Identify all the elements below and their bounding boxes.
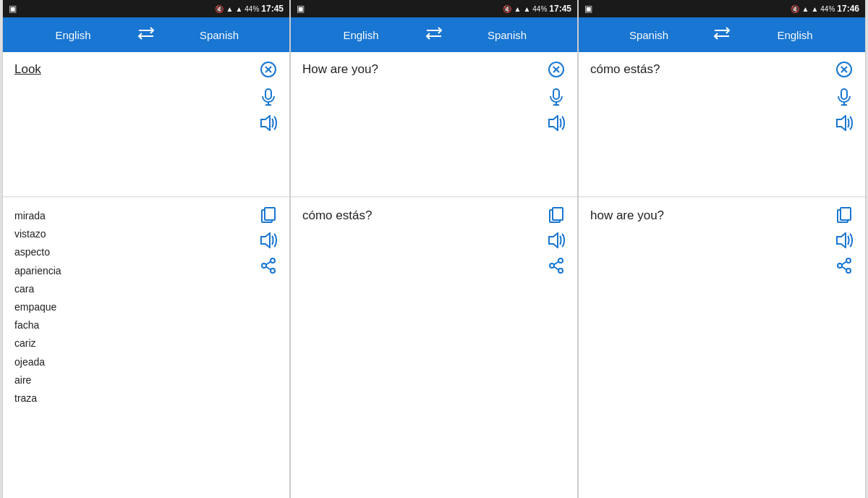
translation-text-2: cómo estás? bbox=[302, 207, 541, 489]
status-bar-right-1: 🔇 ▲ ▲ 44% 17:45 bbox=[215, 4, 284, 14]
svg-line-43 bbox=[842, 262, 846, 265]
svg-point-26 bbox=[550, 263, 554, 268]
time-2: 17:45 bbox=[549, 4, 571, 14]
lang-left-3[interactable]: Spanish bbox=[590, 29, 707, 41]
input-icons-2 bbox=[541, 61, 566, 187]
svg-point-27 bbox=[558, 269, 563, 273]
speaker-button-3[interactable] bbox=[835, 115, 854, 133]
swap-button-2[interactable] bbox=[420, 27, 448, 43]
notification-icon-2: ▣ bbox=[297, 4, 305, 14]
mic-button-1[interactable] bbox=[260, 88, 276, 108]
svg-rect-8 bbox=[265, 208, 275, 220]
svg-line-14 bbox=[266, 267, 271, 270]
status-bar-right-2: 🔇 ▲ ▲ 44% 17:45 bbox=[503, 4, 571, 14]
svg-point-25 bbox=[558, 258, 563, 263]
svg-rect-38 bbox=[841, 208, 851, 220]
notification-icon: ▣ bbox=[9, 4, 17, 14]
svg-rect-18 bbox=[553, 89, 559, 99]
translation-area-1: miradavistazoaspectoaparienciacaraempaqu… bbox=[3, 198, 289, 498]
translation-words-1: miradavistazoaspectoaparienciacaraempaqu… bbox=[14, 207, 253, 489]
signal-icon: ▲ bbox=[235, 5, 242, 13]
clear-button-2[interactable] bbox=[548, 61, 565, 81]
svg-marker-24 bbox=[549, 233, 558, 248]
svg-line-28 bbox=[554, 262, 558, 265]
signal-icon-2: ▲ bbox=[523, 5, 530, 13]
lang-right-2[interactable]: Spanish bbox=[448, 29, 566, 41]
input-area-2: How are you? bbox=[291, 52, 577, 197]
time-3: 17:46 bbox=[837, 4, 859, 14]
svg-rect-23 bbox=[553, 208, 563, 220]
input-area-1: Look bbox=[3, 52, 289, 197]
svg-point-41 bbox=[838, 263, 842, 268]
input-area-3: cómo estás? bbox=[579, 52, 865, 197]
notification-icon-3: ▣ bbox=[584, 4, 592, 14]
speaker-button-1[interactable] bbox=[259, 115, 278, 133]
translation-area-2: cómo estás? bbox=[291, 198, 577, 498]
svg-point-11 bbox=[262, 263, 266, 268]
app-bar-1: English Spanish bbox=[3, 17, 289, 52]
translation-icons-2 bbox=[541, 207, 566, 489]
speaker-button-trans-1[interactable] bbox=[259, 232, 278, 250]
status-bar-left-1: ▣ bbox=[9, 4, 17, 14]
mute-icon-3: 🔇 bbox=[791, 5, 799, 13]
phone-screen-2: ▣ 🔇 ▲ ▲ 44% 17:45 English Spanish How ar… bbox=[290, 0, 578, 498]
svg-line-44 bbox=[842, 267, 846, 270]
translation-area-3: how are you? bbox=[579, 198, 865, 498]
phone-screen-3: ▣ 🔇 ▲ ▲ 44% 17:46 Spanish English cómo e… bbox=[578, 0, 866, 498]
input-text-3[interactable]: cómo estás? bbox=[590, 61, 829, 187]
input-icons-1 bbox=[253, 61, 278, 187]
swap-button-3[interactable] bbox=[707, 27, 736, 43]
battery-text-3: 44% bbox=[820, 5, 835, 13]
mute-icon: 🔇 bbox=[215, 5, 224, 13]
speaker-button-trans-2[interactable] bbox=[547, 232, 566, 250]
status-bar-left-2: ▣ bbox=[297, 4, 305, 14]
svg-rect-3 bbox=[265, 89, 271, 99]
svg-point-12 bbox=[271, 269, 275, 273]
mute-icon-2: 🔇 bbox=[503, 5, 511, 13]
copy-button-2[interactable] bbox=[549, 207, 563, 225]
status-bar-right-3: 🔇 ▲ ▲ 44% 17:46 bbox=[791, 4, 859, 14]
clear-button-3[interactable] bbox=[835, 61, 853, 81]
svg-marker-39 bbox=[837, 233, 846, 248]
svg-point-40 bbox=[846, 258, 851, 263]
lang-left-2[interactable]: English bbox=[302, 29, 420, 41]
svg-line-13 bbox=[266, 262, 271, 265]
share-button-1[interactable] bbox=[261, 258, 276, 276]
mic-button-3[interactable] bbox=[836, 88, 852, 108]
svg-marker-9 bbox=[261, 233, 270, 248]
wifi-icon-2: ▲ bbox=[514, 5, 521, 13]
app-bar-3: Spanish English bbox=[579, 17, 865, 52]
wifi-icon-3: ▲ bbox=[801, 5, 809, 13]
copy-button-3[interactable] bbox=[837, 207, 851, 225]
svg-point-42 bbox=[846, 269, 851, 273]
swap-button-1[interactable] bbox=[132, 27, 161, 43]
svg-marker-6 bbox=[261, 116, 270, 130]
phone-screen-1: ▣ 🔇 ▲ ▲ 44% 17:45 English Spanish Look bbox=[2, 0, 290, 498]
speaker-button-trans-3[interactable] bbox=[835, 232, 854, 250]
lang-left-1[interactable]: English bbox=[14, 29, 132, 41]
svg-point-10 bbox=[271, 258, 275, 263]
status-bar-2: ▣ 🔇 ▲ ▲ 44% 17:45 bbox=[291, 0, 577, 17]
battery-text-2: 44% bbox=[532, 5, 547, 13]
input-text-1[interactable]: Look bbox=[14, 61, 253, 187]
share-button-3[interactable] bbox=[837, 258, 851, 276]
time-1: 17:45 bbox=[261, 4, 284, 14]
lang-right-1[interactable]: Spanish bbox=[161, 29, 278, 41]
share-button-2[interactable] bbox=[549, 258, 563, 276]
svg-marker-21 bbox=[549, 116, 558, 130]
wifi-icon: ▲ bbox=[226, 5, 233, 13]
mic-button-2[interactable] bbox=[548, 88, 564, 108]
copy-button-1[interactable] bbox=[261, 207, 276, 225]
clear-button-1[interactable] bbox=[260, 61, 277, 81]
input-text-2[interactable]: How are you? bbox=[302, 61, 541, 187]
input-icons-3 bbox=[829, 61, 854, 187]
svg-marker-36 bbox=[837, 116, 846, 130]
app-bar-2: English Spanish bbox=[291, 17, 577, 52]
translation-icons-3 bbox=[829, 207, 854, 489]
lang-right-3[interactable]: English bbox=[736, 29, 854, 41]
status-bar-3: ▣ 🔇 ▲ ▲ 44% 17:46 bbox=[579, 0, 865, 17]
status-bar-1: ▣ 🔇 ▲ ▲ 44% 17:45 bbox=[3, 0, 289, 17]
status-bar-left-3: ▣ bbox=[584, 4, 592, 14]
svg-line-29 bbox=[554, 267, 558, 270]
speaker-button-2[interactable] bbox=[547, 115, 566, 133]
